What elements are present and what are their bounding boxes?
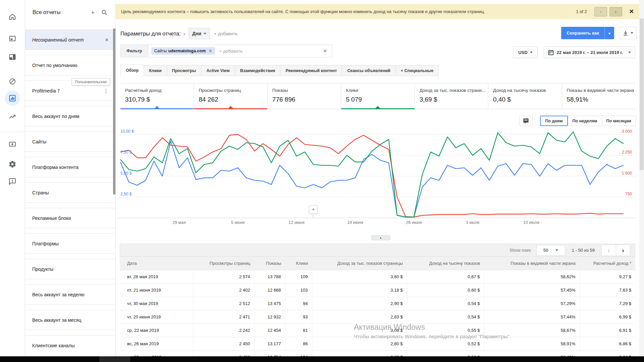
feedback-icon[interactable] [8, 178, 16, 186]
table-header-3[interactable]: Показы [254, 257, 285, 270]
filter-bar: Фильтр Сайты udermatologa.com ✕ + добави… [120, 45, 332, 57]
tab-6[interactable]: Рекомендуемый контент [280, 65, 342, 76]
sidebar-item-4[interactable]: Весь аккаунт по дням [25, 106, 115, 126]
metric-card-7[interactable]: Показы в видимой части экрана58,91% [562, 83, 635, 109]
main-content: Цель рекомендуемого контента – повысить … [116, 0, 639, 362]
currency-dropdown[interactable]: USD [513, 46, 537, 58]
table-header-7[interactable]: Показы в видимой части экрана [484, 257, 580, 270]
rows-per-page-dropdown[interactable]: 50 [536, 245, 565, 256]
layout-icon[interactable] [8, 53, 16, 61]
metric-card-2[interactable]: Просмотры страниц84 262 [194, 83, 267, 109]
metric-label: Расчетный доход [125, 88, 194, 93]
table-cell: вт, 28 мая 2019 [120, 270, 193, 284]
search-icon[interactable] [101, 9, 107, 15]
kebab-menu-icon[interactable]: ⋮ [103, 87, 109, 94]
tab-5[interactable]: Взаимодействия [235, 65, 281, 76]
granularity-button-1[interactable]: По дням [540, 116, 568, 126]
save-as-button[interactable]: Сохранить как [561, 27, 614, 39]
sidebar-item-1[interactable]: Несохраненный отчет✕ [25, 29, 115, 50]
metric-label: Клики [346, 88, 414, 93]
metric-value: 3,69 $ [420, 96, 488, 103]
left-axis-label: 5,00 $ [120, 171, 131, 176]
page-scrollbar-thumb[interactable] [640, 18, 644, 170]
table-cell: 13 475 [254, 297, 285, 310]
sidebar-item-7[interactable]: Страны [25, 182, 115, 203]
metric-card-6[interactable]: Доход на тысячу показов0,40 $ [488, 83, 562, 109]
metric-card-1[interactable]: Расчетный доход310,79 $ [120, 83, 194, 109]
dimension-value: Дни [192, 31, 201, 36]
optimization-icon[interactable] [8, 113, 16, 121]
metric-card-5[interactable]: Доход за тыс. показов страни...3,69 $ [415, 83, 488, 109]
dimension-dropdown[interactable]: Дни [189, 28, 210, 39]
tab-3[interactable]: Просмотры [167, 65, 202, 76]
add-dimension-link[interactable]: + добавить [214, 31, 237, 36]
banner-prev-button[interactable]: ‹ [594, 7, 607, 16]
sidebar-scrollbar[interactable] [113, 28, 115, 194]
table-header-5[interactable]: Доход за тыс. показов страницы [312, 257, 407, 270]
banner-close-icon[interactable]: ✕ [629, 8, 634, 15]
sidebar-item-10[interactable]: Продукты [25, 259, 115, 279]
table-header-2[interactable]: Просмотры страниц [193, 257, 254, 270]
table-header-1[interactable]: Дата [120, 257, 193, 270]
table-cell: 109 [285, 270, 312, 284]
table-header-6[interactable]: Доход на тысячу показов [407, 257, 484, 270]
payments-icon[interactable] [8, 140, 16, 148]
add-report-icon[interactable]: + [91, 9, 95, 16]
table-cell: 2 574 [193, 270, 254, 284]
sidebar-item-2[interactable]: Отчет по умолчанию [25, 55, 115, 75]
home-icon[interactable] [8, 13, 16, 21]
toolbar-actions: Сохранить как [561, 27, 637, 39]
download-button[interactable] [619, 27, 637, 39]
right-axis-label: 1 500 [622, 171, 632, 176]
tab-2[interactable]: Клики [144, 65, 167, 76]
tab-1[interactable]: Обзор [120, 64, 144, 76]
params-label: Параметры для отчета: [120, 31, 181, 37]
sidebar-item-12[interactable]: Весь аккаунт за месяц [25, 310, 115, 330]
tab-7[interactable]: Сеансы объявлений [342, 65, 395, 76]
save-options-caret[interactable] [605, 31, 614, 36]
app-icon-rail [0, 0, 25, 362]
table-cell: 103 [285, 284, 312, 297]
table-header-4[interactable]: Клики [285, 257, 312, 270]
table-header-8[interactable]: Расчетный доход * [580, 257, 635, 270]
chart-zoom-button[interactable]: + [309, 205, 318, 214]
sidebar-item-6[interactable]: Платформа контента [25, 157, 115, 177]
granularity-button-2[interactable]: По неделям [568, 116, 602, 126]
chart-collapse-button[interactable]: ▲ [371, 235, 390, 240]
table-cell: 57,44% [484, 310, 580, 324]
granularity-button-3[interactable]: По месяцам [602, 116, 636, 126]
sidebar-item-13[interactable]: Клиентские каналы [25, 335, 115, 356]
filter-chip-remove-icon[interactable]: ✕ [209, 49, 212, 53]
clear-filters-icon[interactable]: ✕ [323, 48, 327, 54]
report-table-card: Show rows 50 1 - 50 из 59 ‹ › ДатаПросмо… [120, 244, 635, 362]
ads-icon[interactable] [8, 35, 16, 43]
tab-4[interactable]: Active View [202, 65, 235, 76]
annotations-button[interactable] [519, 116, 533, 126]
sidebar-item-8[interactable]: Рекламные блоки [25, 208, 115, 228]
page-scrollbar[interactable] [639, 0, 644, 362]
tab-8[interactable]: + Специальные [396, 65, 439, 76]
sidebar-item-11[interactable]: Весь аккаунт за неделю [25, 284, 115, 305]
sidebar-item-5[interactable]: Сайты [25, 131, 115, 152]
reports-icon[interactable] [8, 94, 16, 102]
close-icon[interactable]: ✕ [105, 37, 109, 43]
prev-page-button[interactable]: ‹ [601, 245, 616, 256]
metric-card-3[interactable]: Показы776 896 [268, 83, 341, 109]
left-axis-label: 2,50 $ [120, 192, 131, 196]
table-cell: 9,27 $ [580, 270, 635, 284]
table-cell: 2 471 [193, 310, 254, 324]
date-range-dropdown[interactable]: 22 мая 2019 г. – 21 июля 2019 г. [544, 46, 635, 58]
table-cell: 58,67% [484, 324, 580, 337]
table-cell: 12 668 [254, 284, 285, 297]
next-page-button[interactable]: › [616, 245, 630, 256]
add-filter-link[interactable]: + добавить [219, 49, 243, 54]
banner-next-button[interactable]: › [609, 7, 622, 16]
settings-gear-icon[interactable] [8, 160, 16, 168]
table-header-row: ДатаПросмотры страницПоказыКликиДоход за… [120, 257, 635, 270]
blocking-controls-icon[interactable] [8, 77, 16, 85]
sidebar-item-9[interactable]: Платформы [25, 233, 115, 254]
table-cell: 94 [285, 297, 312, 310]
filter-chip[interactable]: Сайты udermatologa.com ✕ [151, 47, 215, 55]
chart-line-Расчетный доход [120, 141, 624, 217]
metric-card-4[interactable]: Клики5 079 [341, 83, 415, 109]
